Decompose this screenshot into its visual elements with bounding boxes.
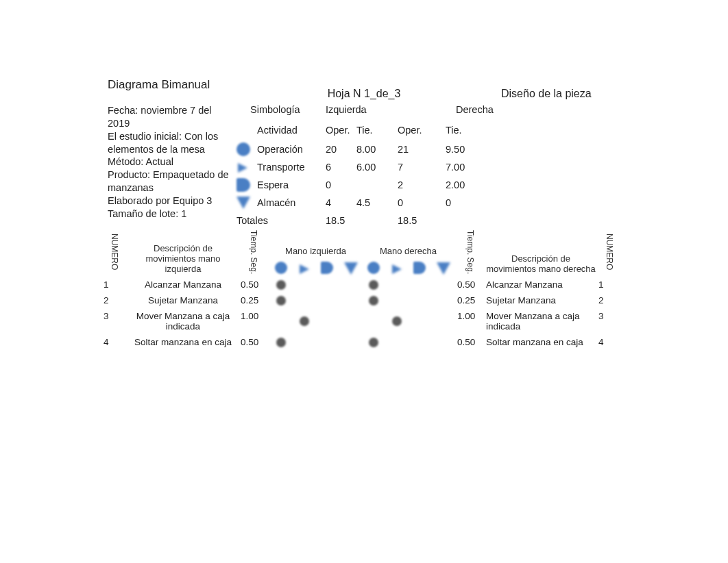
col-actividad: Actividad [257, 125, 326, 136]
col-tie-l: Tie. [356, 125, 398, 136]
col-oper-r: Oper. [398, 125, 446, 136]
row-num-left: 2 [104, 295, 125, 305]
mark-dot [276, 296, 286, 305]
info-producto: Producto: Empaquetado de manzanas [108, 168, 230, 195]
info-fecha: Fecha: noviembre 7 del 2019 [108, 104, 230, 130]
d-icon [236, 178, 250, 192]
row-time-right: 1.00 [457, 311, 483, 321]
row-desc-right: Soltar manzana en caja [486, 337, 596, 347]
circle-icon [236, 142, 250, 156]
row-desc-left: Mover Manzana a caja indicada [128, 311, 238, 331]
row-marks [269, 337, 454, 347]
mark-dot [369, 280, 378, 290]
row-desc-right: Sujetar Manzana [486, 295, 596, 305]
row-num-right: 2 [598, 295, 620, 305]
row-time-left: 0.50 [241, 279, 267, 290]
row-desc-left: Alcanzar Manzana [128, 279, 238, 290]
sym-label: Simbología [236, 104, 326, 115]
detail-row: 3Mover Manzana a caja indicada1.001.00Mo… [104, 311, 624, 331]
row-num-left: 4 [104, 337, 125, 347]
row-num-right: 3 [598, 311, 620, 321]
sym-row: Transporte 6 6.00 7 7.00 [236, 160, 624, 174]
circle-icon [275, 262, 287, 274]
row-time-left: 0.50 [241, 337, 267, 347]
info-lote: Tamaño de lote: 1 [108, 208, 230, 221]
row-time-left: 0.25 [241, 295, 267, 305]
sym-izq: Izquierda [326, 104, 408, 115]
row-desc-right: Mover Manzana a caja indicada [486, 311, 596, 331]
design-label: Diseño de la pieza [494, 75, 624, 100]
row-num-right: 1 [598, 279, 620, 290]
row-num-left: 3 [104, 311, 125, 321]
arrow-icon [236, 160, 250, 174]
mark-dot [392, 316, 402, 326]
row-desc-right: Alcanzar Manzana [486, 279, 596, 290]
row-marks [269, 311, 454, 331]
sym-row: Almacén 4 4.5 0 0 [236, 196, 624, 210]
d-icon [321, 262, 333, 274]
totals-row: Totales 18.5 18.5 [236, 215, 624, 226]
sym-row: Espera 0 2 2.00 [236, 178, 624, 192]
symbology-block: Simbología Izquierda Derecha Actividad O… [234, 104, 624, 226]
row-marks [269, 295, 454, 305]
col-tiemp-r: Tiemp. Seg. [465, 230, 475, 274]
info-elaborado: Elaborado por Equipo 3 [108, 195, 230, 208]
row-desc-left: Sujetar Manzana [128, 295, 238, 305]
col-desc-der: Descripción de movimientos mano derecha [486, 253, 596, 274]
detail-row: 1Alcanzar Manzana0.500.50Alcanzar Manzan… [104, 279, 624, 290]
lbl-mano-der: Mano derecha [362, 246, 454, 256]
circle-icon [367, 262, 380, 274]
detail-table: NUMERO Descripción de movimientos mano i… [104, 230, 624, 347]
sym-der: Derecha [456, 104, 524, 115]
info-block: Fecha: noviembre 7 del 2019 El estudio i… [104, 104, 234, 221]
info-metodo: Método: Actual [108, 155, 230, 168]
symbol-header-row [269, 262, 454, 274]
sheet-label: Hoja N 1_de_3 [234, 75, 494, 100]
mark-dot [276, 338, 286, 347]
col-tiemp-l: Tiemp. Seg. [249, 230, 258, 274]
row-num-left: 1 [104, 279, 125, 290]
mark-dot [369, 338, 378, 347]
mark-dot [300, 316, 309, 326]
detail-row: 2Sujetar Manzana0.250.25Sujetar Manzana2 [104, 295, 624, 305]
row-time-left: 1.00 [241, 311, 267, 321]
info-estudio: El estudio inicial: Con los elementos de… [108, 130, 230, 156]
row-time-right: 0.50 [457, 337, 483, 347]
mark-dot [369, 296, 378, 305]
row-desc-left: Soltar manzana en caja [128, 337, 238, 347]
detail-row: 4Soltar manzana en caja0.500.50Soltar ma… [104, 337, 624, 347]
col-desc-izq: Descripción de movimientos mano izquierd… [128, 243, 238, 274]
row-num-right: 4 [598, 337, 620, 347]
triangle-icon [437, 262, 449, 274]
triangle-icon [344, 262, 356, 274]
mark-dot [276, 280, 286, 290]
arrow-icon [298, 262, 311, 274]
triangle-icon [236, 196, 250, 210]
sym-row: Operación 20 8.00 21 9.50 [236, 142, 624, 156]
bimanual-chart: Diagrama Bimanual Hoja N 1_de_3 Diseño d… [104, 75, 624, 347]
col-oper-l: Oper. [326, 125, 356, 136]
arrow-icon [391, 262, 403, 274]
row-time-right: 0.50 [457, 279, 483, 290]
col-numero-r: NUMERO [605, 234, 614, 270]
row-marks [269, 279, 454, 290]
doc-title: Diagrama Bimanual [104, 75, 234, 99]
lbl-mano-izq: Mano izquierda [269, 246, 362, 256]
d-icon [413, 262, 426, 274]
col-tie-r: Tie. [446, 125, 494, 136]
col-numero-l: NUMERO [110, 234, 119, 270]
row-time-right: 0.25 [457, 295, 483, 305]
